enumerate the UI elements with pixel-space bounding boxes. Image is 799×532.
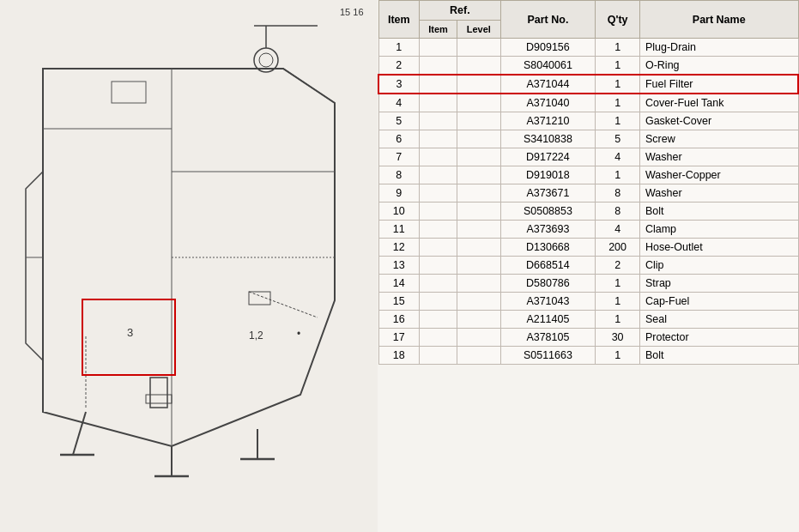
- table-row: 10S05088538Bolt: [378, 203, 798, 221]
- cell-partno: A371043: [500, 293, 596, 311]
- table-row: 9A3736718Washer: [378, 184, 798, 203]
- cell-partno: A371210: [500, 112, 596, 130]
- col-header-item: Item: [378, 1, 420, 39]
- table-header-row: Item Ref. Part No. Q'ty Part Name: [378, 1, 798, 21]
- cell-partname: Screw: [639, 130, 798, 148]
- cell-qty: 4: [596, 221, 640, 239]
- table-row: 1D9091561Plug-Drain: [378, 39, 798, 57]
- cell-ref-item: [420, 94, 457, 112]
- technical-diagram: 15 16 3 1,2 •: [0, 0, 378, 532]
- diagram-canvas: 15 16 3 1,2 •: [0, 0, 378, 532]
- cell-ref-level: [457, 221, 500, 239]
- cell-ref-level: [457, 311, 500, 329]
- cell-ref-item: [420, 311, 457, 329]
- cell-qty: 1: [596, 293, 640, 311]
- cell-qty: 200: [596, 239, 640, 257]
- table-row: 16A2114051Seal: [378, 311, 798, 329]
- table-row: 2S80400611O-Ring: [378, 57, 798, 76]
- cell-item: 7: [378, 148, 420, 166]
- cell-partno: S8040061: [500, 57, 596, 76]
- parts-table-section: Item Ref. Part No. Q'ty Part Name Item L…: [378, 0, 799, 532]
- cell-ref-item: [420, 347, 457, 365]
- cell-item: 5: [378, 112, 420, 130]
- cell-ref-item: [420, 257, 457, 275]
- cell-qty: 1: [596, 39, 640, 57]
- cell-ref-item: [420, 39, 457, 57]
- cell-partno: D130668: [500, 239, 596, 257]
- cell-ref-item: [420, 112, 457, 130]
- table-row: 3A3710441Fuel Filter: [378, 75, 798, 94]
- col-header-item2: Item: [420, 21, 457, 39]
- diagram-red-highlight: [82, 299, 176, 376]
- table-row: 17A37810530Protector: [378, 329, 798, 347]
- cell-ref-level: [457, 166, 500, 184]
- cell-ref-item: [420, 203, 457, 221]
- cell-ref-level: [457, 130, 500, 148]
- cell-item: 17: [378, 329, 420, 347]
- cell-item: 4: [378, 94, 420, 112]
- cell-partno: A373671: [500, 184, 596, 203]
- cell-qty: 5: [596, 130, 640, 148]
- col-header-partname: Part Name: [639, 1, 798, 39]
- svg-text:•: •: [297, 328, 300, 340]
- cell-item: 1: [378, 39, 420, 57]
- cell-partno: S0508853: [500, 203, 596, 221]
- col-header-qty: Q'ty: [596, 1, 640, 39]
- cell-ref-item: [420, 275, 457, 293]
- cell-partname: Fuel Filter: [639, 75, 798, 94]
- cell-partno: D580786: [500, 275, 596, 293]
- cell-ref-level: [457, 257, 500, 275]
- cell-qty: 1: [596, 75, 640, 94]
- cell-ref-level: [457, 347, 500, 365]
- cell-qty: 8: [596, 203, 640, 221]
- table-row: 6S34108385Screw: [378, 130, 798, 148]
- table-row: 7D9172244Washer: [378, 148, 798, 166]
- cell-partname: Plug-Drain: [639, 39, 798, 57]
- cell-qty: 2: [596, 257, 640, 275]
- cell-partname: Washer: [639, 184, 798, 203]
- cell-qty: 4: [596, 148, 640, 166]
- cell-partno: D909156: [500, 39, 596, 57]
- cell-partname: Protector: [639, 329, 798, 347]
- cell-partname: Washer: [639, 148, 798, 166]
- cell-ref-item: [420, 184, 457, 203]
- cell-item: 2: [378, 57, 420, 76]
- cell-qty: 1: [596, 166, 640, 184]
- cell-partname: Bolt: [639, 347, 798, 365]
- cell-partno: A371040: [500, 94, 596, 112]
- cell-qty: 1: [596, 311, 640, 329]
- cell-qty: 1: [596, 347, 640, 365]
- cell-partno: S0511663: [500, 347, 596, 365]
- cell-ref-level: [457, 329, 500, 347]
- cell-ref-item: [420, 329, 457, 347]
- svg-text:15 16: 15 16: [340, 7, 364, 17]
- table-row: 5A3712101Gasket-Cover: [378, 112, 798, 130]
- svg-rect-8: [112, 82, 146, 103]
- cell-qty: 8: [596, 184, 640, 203]
- cell-qty: 1: [596, 94, 640, 112]
- cell-partno: A378105: [500, 329, 596, 347]
- table-row: 11A3736934Clamp: [378, 221, 798, 239]
- table-row: 8D9190181Washer-Copper: [378, 166, 798, 184]
- cell-ref-item: [420, 166, 457, 184]
- cell-ref-item: [420, 239, 457, 257]
- cell-item: 3: [378, 75, 420, 94]
- cell-partname: Clamp: [639, 221, 798, 239]
- cell-partno: S3410838: [500, 130, 596, 148]
- cell-ref-level: [457, 203, 500, 221]
- cell-ref-level: [457, 75, 500, 94]
- diagram-section: 15 16 3 1,2 •: [0, 0, 378, 532]
- cell-ref-level: [457, 57, 500, 76]
- cell-ref-level: [457, 39, 500, 57]
- cell-item: 10: [378, 203, 420, 221]
- cell-partname: Seal: [639, 311, 798, 329]
- cell-item: 12: [378, 239, 420, 257]
- cell-ref-item: [420, 221, 457, 239]
- table-row: 15A3710431Cap-Fuel: [378, 293, 798, 311]
- col-header-partno: Part No.: [500, 1, 596, 39]
- cell-partname: Cover-Fuel Tank: [639, 94, 798, 112]
- cell-item: 13: [378, 257, 420, 275]
- table-row: 4A3710401Cover-Fuel Tank: [378, 94, 798, 112]
- cell-qty: 30: [596, 329, 640, 347]
- cell-partname: Clip: [639, 257, 798, 275]
